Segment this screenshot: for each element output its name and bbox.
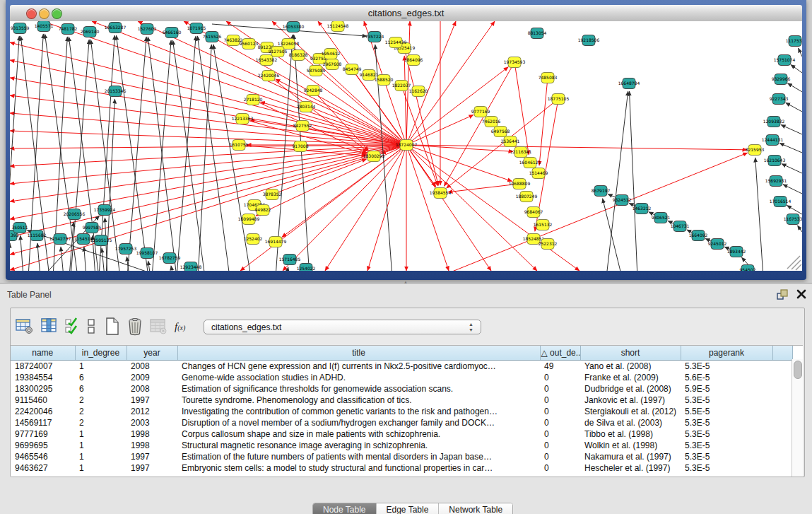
graph-node[interactable]: 8679197 bbox=[592, 186, 611, 197]
graph-node[interactable]: 1254022 bbox=[297, 264, 316, 271]
graph-node[interactable]: 1527602 bbox=[138, 24, 157, 35]
graph-node[interactable]: 1167533 bbox=[784, 214, 802, 225]
graph-node[interactable]: 1117532 bbox=[786, 36, 802, 47]
table-row[interactable]: 2242004622012Investigating the contribut… bbox=[11, 406, 792, 417]
graph-node[interactable]: 16648784 bbox=[618, 78, 640, 89]
table-settings-icon[interactable] bbox=[15, 317, 35, 337]
table-row[interactable]: 946554611997Estimation of the future num… bbox=[11, 451, 792, 462]
show-column-icon[interactable] bbox=[40, 317, 60, 337]
graph-node[interactable]: 17957253 bbox=[115, 244, 137, 255]
table-selector-dropdown[interactable]: citations_edges.txt ▲▼ bbox=[204, 320, 481, 334]
float-panel-icon[interactable] bbox=[776, 288, 789, 301]
network-canvas[interactable]: 9313559140557174817822069140106532871527… bbox=[10, 21, 802, 271]
scrollbar-thumb[interactable] bbox=[794, 361, 802, 379]
delete-table-icon[interactable] bbox=[126, 317, 146, 337]
graph-node[interactable]: 15124548 bbox=[327, 21, 349, 32]
table-cell: 1 bbox=[75, 428, 126, 440]
graph-node[interactable]: 917008 bbox=[293, 141, 309, 152]
graph-node[interactable]: 9306521 bbox=[652, 213, 671, 223]
graph-node[interactable]: 1615132 bbox=[534, 220, 553, 230]
graph-node[interactable]: 2536441 bbox=[501, 136, 520, 147]
vertical-scrollbar[interactable] bbox=[792, 359, 803, 477]
table-row[interactable]: 1456911722003Disruption of a novel membe… bbox=[11, 417, 792, 428]
graph-node[interactable]: 8813054 bbox=[528, 28, 547, 39]
graph-node[interactable]: 10688809 bbox=[509, 179, 531, 189]
graph-node[interactable]: 1162620 bbox=[409, 86, 428, 97]
graph-node[interactable]: 1893442 bbox=[727, 247, 746, 257]
column-header-name[interactable]: name bbox=[11, 346, 75, 361]
graph-node[interactable]: 1610755 bbox=[230, 140, 249, 151]
graph-node[interactable]: 1463212 bbox=[632, 204, 652, 214]
graph-node[interactable]: 17016514 bbox=[770, 197, 792, 207]
table-row[interactable]: 977716911998Corpus callosum shape and si… bbox=[11, 428, 792, 440]
graph-node[interactable]: 8215953 bbox=[746, 145, 765, 156]
table-row[interactable]: 969969511998Structural magnetic resonanc… bbox=[11, 440, 792, 451]
graph-node[interactable]: 1864096 bbox=[404, 55, 423, 66]
clear-selection-icon[interactable] bbox=[86, 317, 97, 337]
graph-node-label: 1115682 bbox=[28, 233, 47, 238]
graph-node[interactable]: 19384554 bbox=[430, 188, 452, 199]
table-row[interactable]: 911546021997Tourette syndrome. Phenomeno… bbox=[11, 395, 792, 406]
graph-node[interactable]: 5875085 bbox=[307, 66, 326, 76]
graph-node[interactable]: 949822 bbox=[255, 205, 271, 216]
graph-node[interactable]: 19734593 bbox=[504, 57, 526, 68]
column-header-in_degree[interactable]: in_degree bbox=[75, 346, 126, 361]
tab-edge-table[interactable]: Edge Table bbox=[377, 503, 440, 514]
graph-node[interactable]: 1405571 bbox=[35, 21, 54, 32]
table-row[interactable]: 1872400712008Changes of HCN gene express… bbox=[11, 361, 792, 373]
tab-node-table[interactable]: Node Table bbox=[313, 503, 377, 514]
close-panel-icon[interactable] bbox=[796, 288, 807, 300]
table-row[interactable]: 1830029562008Estimation of significance … bbox=[11, 383, 792, 395]
table-row[interactable]: 1938455462009Genome-wide association stu… bbox=[11, 372, 792, 383]
graph-node[interactable]: 9227343 bbox=[770, 94, 789, 105]
graph-node[interactable]: 16782759 bbox=[159, 253, 181, 264]
graph-node[interactable]: 12444131 bbox=[762, 135, 784, 146]
select-all-icon[interactable] bbox=[64, 317, 80, 337]
graph-node[interactable]: 9684067 bbox=[524, 207, 543, 218]
graph-node[interactable]: 9329966 bbox=[772, 74, 791, 85]
graph-node[interactable]: 9242848 bbox=[304, 86, 323, 96]
graph-node[interactable]: 7462016 bbox=[482, 117, 501, 127]
graph-node[interactable]: 1046731 bbox=[671, 221, 690, 232]
canvas-resize-grip[interactable] bbox=[787, 256, 801, 270]
graph-node[interactable]: 6466160 bbox=[163, 28, 182, 38]
column-header-year[interactable]: year bbox=[126, 346, 177, 361]
graph-node[interactable]: 9245012 bbox=[708, 239, 727, 250]
graph-node[interactable]: 3878352 bbox=[263, 189, 282, 200]
graph-node[interactable]: 20206556 bbox=[64, 209, 86, 220]
graph-node[interactable]: 15751074 bbox=[774, 55, 796, 66]
column-header-pagerank[interactable]: pagerank bbox=[681, 346, 772, 361]
graph-node[interactable]: 8454749 bbox=[343, 64, 362, 75]
tab-network-table[interactable]: Network Table bbox=[439, 503, 512, 514]
graph-node[interactable]: 9313559 bbox=[11, 23, 30, 34]
graph-node[interactable]: 16046121 bbox=[519, 158, 541, 168]
graph-node[interactable]: 18775105 bbox=[548, 94, 570, 105]
graph-node[interactable]: 10653287 bbox=[105, 23, 126, 33]
graph-node[interactable]: 1664092 bbox=[689, 230, 708, 241]
new-table-icon[interactable] bbox=[103, 317, 123, 337]
graph-node[interactable]: 350511 bbox=[12, 223, 28, 233]
graph-node[interactable]: 6497568 bbox=[491, 127, 510, 137]
graph-node[interactable]: 7481782 bbox=[59, 24, 78, 35]
column-header-short[interactable]: short bbox=[580, 346, 681, 361]
graph-node[interactable]: 9997585 bbox=[83, 223, 102, 233]
graph-node[interactable]: 1115682 bbox=[28, 230, 47, 241]
column-header-out_de[interactable]: △ out_de... bbox=[540, 346, 580, 361]
graph-node[interactable]: 9324512 bbox=[613, 195, 632, 206]
graph-node[interactable]: 18807249 bbox=[516, 192, 538, 202]
graph-node[interactable]: 954502 bbox=[740, 265, 756, 271]
graph-node[interactable]: 1514469 bbox=[529, 168, 548, 179]
window-titlebar[interactable]: citations_edges.txt bbox=[10, 5, 802, 22]
column-header-title[interactable]: title bbox=[177, 346, 540, 361]
graph-node[interactable]: 12213363 bbox=[232, 114, 254, 124]
graph-node[interactable]: 1252402 bbox=[244, 234, 263, 245]
graph-node[interactable]: 19958107 bbox=[136, 248, 158, 259]
graph-node[interactable]: 12116341 bbox=[510, 147, 532, 158]
graph-node[interactable]: 7485083 bbox=[539, 73, 558, 83]
table-row[interactable]: 946362711997Embryonic stem cells: a mode… bbox=[11, 462, 792, 474]
function-builder-icon[interactable]: f(x) bbox=[175, 317, 194, 337]
graph-node[interactable]: 2069140 bbox=[81, 27, 100, 37]
graph-node[interactable]: 9777169 bbox=[471, 107, 490, 117]
graph-node[interactable]: 16053380 bbox=[283, 22, 305, 33]
graph-node[interactable]: 19218506 bbox=[578, 35, 600, 46]
